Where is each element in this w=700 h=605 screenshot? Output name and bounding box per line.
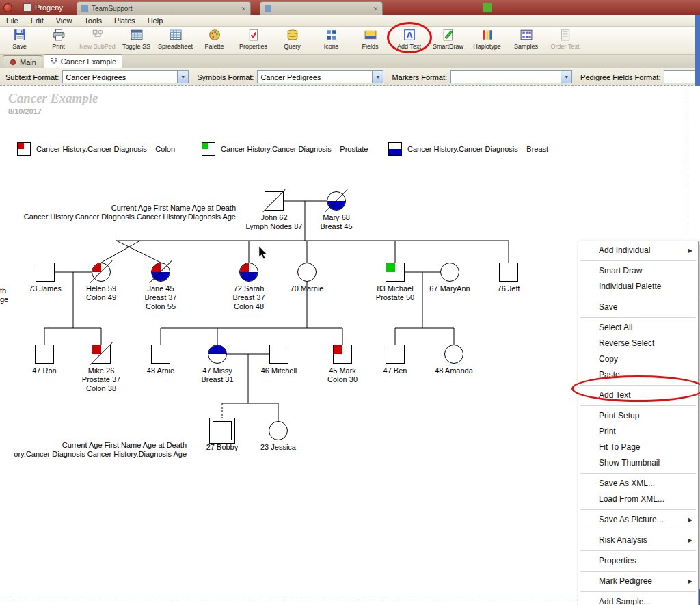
context-menu-item-label: Reverse Select <box>599 338 654 348</box>
context-menu-item-print-setup[interactable]: Print Setup <box>578 408 698 424</box>
individual-label-amanda: 48 Amanda <box>416 366 492 375</box>
context-menu-item-select-all[interactable]: Select All <box>578 320 698 336</box>
menu-plates[interactable]: Plates <box>108 15 142 26</box>
toolbar-button-properties[interactable]: Properties <box>234 27 273 53</box>
menu-file[interactable]: File <box>0 15 25 26</box>
chevron-down-icon[interactable]: ▼ <box>561 71 571 83</box>
chevron-down-icon[interactable]: ▼ <box>177 71 188 83</box>
context-menu-item-show-thumbnail[interactable]: Show Thumbnail <box>578 455 698 471</box>
query-icon <box>286 29 299 42</box>
individual-bobby[interactable] <box>213 421 232 440</box>
menu-edit[interactable]: Edit <box>25 15 50 26</box>
context-menu-item-fit-to-page[interactable]: Fit To Page <box>578 440 698 455</box>
individual-helen[interactable] <box>92 263 111 282</box>
individual-maryann[interactable] <box>440 263 459 282</box>
context-menu: Add Individual▶Smart DrawIndividual Pale… <box>578 241 699 605</box>
tab-main[interactable]: Main <box>3 55 42 68</box>
toolbar-button-order-test: Order Test <box>546 27 584 53</box>
close-icon[interactable]: ✕ <box>366 5 378 12</box>
context-menu-item-individual-palette[interactable]: Individual Palette <box>578 279 698 295</box>
individual-mike[interactable] <box>92 345 111 364</box>
toolbar-button-samples[interactable]: Samples <box>507 27 546 53</box>
individual-jane[interactable] <box>151 263 170 282</box>
tab-favicon-icon <box>265 5 271 12</box>
toolbar-button-label: Palette <box>204 43 224 50</box>
menu-separator <box>580 260 696 261</box>
toolbar-button-haplotype[interactable]: Haplotype <box>468 27 507 53</box>
extension-icon <box>483 3 492 12</box>
mouse-cursor-icon <box>258 246 268 263</box>
close-icon[interactable]: ✕ <box>234 5 246 12</box>
female-symbol-icon <box>208 345 227 364</box>
male-symbol-icon <box>386 263 405 282</box>
app-menu-button[interactable] <box>3 3 12 12</box>
context-menu-item-label: Copy <box>599 354 618 364</box>
menu-separator <box>580 473 696 474</box>
toolbar-button-label: Query <box>284 43 301 50</box>
individual-jeff[interactable] <box>499 263 518 282</box>
select-markers-format[interactable]: ▼ <box>450 70 572 83</box>
menu-tools[interactable]: Tools <box>78 15 108 26</box>
individual-mitchell[interactable] <box>269 345 288 364</box>
tab-cancer-example[interactable]: Cancer Example <box>44 54 122 68</box>
toolbar-button-smartdraw[interactable]: SmartDraw <box>429 27 468 53</box>
background-tab-2[interactable]: ✕ <box>260 1 383 15</box>
select-subtext-format[interactable]: Cancer Pedigrees▼ <box>62 70 189 83</box>
toolbar-button-palette[interactable]: Palette <box>195 27 234 53</box>
context-menu-item-save[interactable]: Save <box>578 299 698 315</box>
individual-mark[interactable] <box>333 345 352 364</box>
toolbar-button-icons[interactable]: Icons <box>312 27 351 53</box>
menu-view[interactable]: View <box>50 15 79 26</box>
toolbar-button-toggle-ss[interactable]: Toggle SS <box>117 27 156 53</box>
context-menu-item-copy[interactable]: Copy <box>578 351 698 367</box>
submenu-arrow-icon: ▶ <box>688 533 692 548</box>
toolbar-button-label: Icons <box>324 43 339 50</box>
individual-label-mary: Mary 68Breast 45 <box>299 213 374 231</box>
menu-separator <box>580 509 696 510</box>
individual-missy[interactable] <box>208 345 227 364</box>
toolbar-button-fields[interactable]: Fields <box>351 27 390 53</box>
individual-arnie[interactable] <box>151 345 170 364</box>
context-menu-item-smart-draw[interactable]: Smart Draw <box>578 263 698 279</box>
context-menu-item-add-individual[interactable]: Add Individual▶ <box>578 243 698 258</box>
icons-icon <box>325 29 338 42</box>
toolbar-button-label: Properties <box>239 43 267 50</box>
toolbar: SavePrintNew SubPedToggle SSSpreadsheetP… <box>0 27 700 55</box>
individual-sarah[interactable] <box>239 263 258 282</box>
context-menu-item-mark-pedigree[interactable]: Mark Pedigree▶ <box>578 574 698 589</box>
toolbar-button-label: Haplotype <box>473 43 501 50</box>
individual-label-jeff: 76 Jeff <box>471 284 546 293</box>
chevron-down-icon[interactable]: ▼ <box>372 71 383 83</box>
individual-marnie[interactable] <box>297 263 317 282</box>
individual-john[interactable] <box>265 191 284 211</box>
toolbar-button-save[interactable]: Save <box>0 27 39 53</box>
context-menu-item-print[interactable]: Print <box>578 424 698 440</box>
background-tab-teamsupport[interactable]: TeamSupport ✕ <box>77 1 251 15</box>
toolbar-button-print[interactable]: Print <box>39 27 78 53</box>
samples-icon <box>520 29 533 42</box>
adoption-border-icon <box>209 418 235 444</box>
toolbar-button-spreadsheet[interactable]: Spreadsheet <box>156 27 195 53</box>
context-menu-item-add-sample[interactable]: Add Sample... <box>578 594 698 605</box>
context-menu-item-reverse-select[interactable]: Reverse Select <box>578 336 698 351</box>
context-menu-item-properties[interactable]: Properties <box>578 553 698 569</box>
submenu-arrow-icon: ▶ <box>688 512 692 528</box>
individual-jessica[interactable] <box>269 421 288 440</box>
select-symbols-format[interactable]: Cancer Pedigrees▼ <box>257 70 383 83</box>
context-menu-item-label: Smart Draw <box>599 266 642 275</box>
toolbar-button-query[interactable]: Query <box>273 27 312 53</box>
individual-ben[interactable] <box>386 345 405 364</box>
context-menu-item-save-as-xml[interactable]: Save As XML... <box>578 476 698 492</box>
individual-ron[interactable] <box>35 345 54 364</box>
pedigree-date: 8/10/2017 <box>8 107 42 116</box>
context-menu-item-save-as-picture[interactable]: Save As Picture...▶ <box>578 512 698 528</box>
individual-amanda[interactable] <box>444 345 463 364</box>
individual-mary[interactable] <box>327 191 346 211</box>
context-menu-item-risk-analysis[interactable]: Risk Analysis▶ <box>578 533 698 548</box>
context-menu-item-load-from-xml[interactable]: Load From XML... <box>578 492 698 507</box>
individual-james[interactable] <box>36 263 55 282</box>
menu-separator <box>580 530 696 530</box>
menu-help[interactable]: Help <box>142 15 170 26</box>
individual-michael[interactable] <box>386 263 405 282</box>
context-menu-item-label: Print <box>599 427 616 436</box>
